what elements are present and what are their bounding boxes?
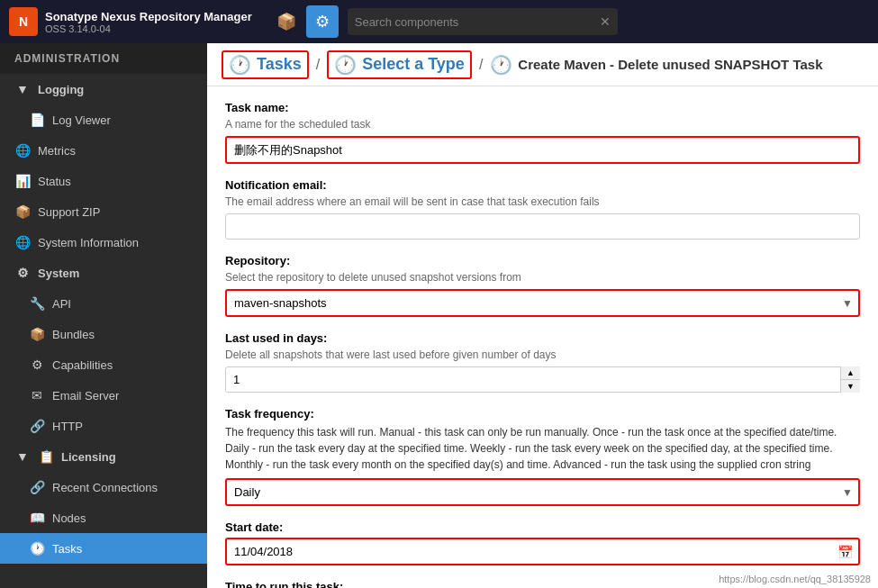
sidebar-label-http: HTTP [52,420,83,433]
notification-email-label: Notification email: [225,178,860,192]
connections-icon: 🔗 [29,479,45,495]
task-frequency-select[interactable]: Manual Once Daily Weekly Monthly Advance… [225,478,860,506]
browse-icon-button[interactable]: 📦 [270,5,303,38]
app-title-group: Sonatype Nexus Repository Manager OSS 3.… [45,10,252,34]
email-icon: ✉ [29,387,45,403]
nav-icon-group: 📦 ⚙ [270,5,339,38]
start-date-input[interactable] [225,538,860,565]
sidebar-item-licensing[interactable]: ▼ 📋 Licensing [0,441,207,472]
watermark: https://blog.csdn.net/qq_38135928 [719,574,871,584]
form-area: Task name: A name for the scheduled task… [207,86,878,588]
sidebar-label-nodes: Nodes [52,511,86,525]
repository-label: Repository: [225,254,860,267]
breadcrumb-select-type[interactable]: 🕐 Select a Type [327,50,472,79]
sidebar-item-logging[interactable]: ▼ Logging [0,74,207,104]
sidebar-label-status: Status [38,175,71,188]
sidebar-label-log-viewer: Log Viewer [52,113,111,127]
last-used-label: Last used in days: [225,331,860,345]
last-used-group: Last used in days: Delete all snapshots … [225,331,860,393]
sidebar-label-system-information: System Information [38,236,139,249]
breadcrumb-create-task: 🕐 Create Maven - Delete unused SNAPSHOT … [490,54,822,76]
top-navigation: N Sonatype Nexus Repository Manager OSS … [0,0,878,43]
clock-icon-tasks: 🕐 [229,54,251,76]
sidebar-label-support-zip: Support ZIP [38,205,100,219]
search-input[interactable] [355,15,600,29]
task-frequency-label: Task frequency: [225,407,860,421]
last-used-number-wrap: ▲ ▼ [225,366,860,393]
repository-select[interactable]: maven-snapshots (All Repositories) [225,289,860,317]
task-name-hint: A name for the scheduled task [225,118,860,131]
api-icon: 🔧 [29,295,45,312]
notification-email-input[interactable] [225,213,860,240]
notification-email-group: Notification email: The email address wh… [225,178,860,240]
last-used-input[interactable] [225,366,860,393]
sidebar-label-bundles: Bundles [52,328,95,341]
info-globe-icon: 🌐 [14,234,31,250]
start-date-input-wrap: 📅 [225,538,860,565]
sidebar-item-capabilities[interactable]: ⚙ Capabilities [0,349,207,380]
sidebar-label-api: API [52,297,71,311]
chart-icon: 📊 [14,173,31,189]
settings-icon-button[interactable]: ⚙ [306,5,339,38]
sidebar-label-logging: Logging [38,83,84,96]
breadcrumb-tasks[interactable]: 🕐 Tasks [222,50,309,79]
chevron-down-icon: ▼ [14,81,31,97]
globe-icon: 🌐 [14,142,31,158]
chevron-down-icon-2: ▼ [14,448,31,465]
notification-email-hint: The email address where an email will be… [225,195,860,208]
logo-area: N Sonatype Nexus Repository Manager OSS … [9,7,252,36]
last-used-hint: Delete all snapshots that were last used… [225,348,860,361]
sidebar-label-tasks: Tasks [52,542,82,556]
sidebar-label-capabilities: Capabilities [52,358,113,372]
task-name-label: Task name: [225,101,860,114]
number-down-button[interactable]: ▼ [840,380,860,393]
licensing-icon: 📋 [38,448,54,465]
sidebar-item-http[interactable]: 🔗 HTTP [0,411,207,441]
sidebar-label-email-server: Email Server [52,389,119,403]
sidebar-header: Administration [0,43,207,74]
http-icon: 🔗 [29,418,45,434]
start-date-label: Start date: [225,520,860,534]
number-up-button[interactable]: ▲ [840,366,860,380]
task-frequency-description: The frequency this task will run. Manual… [225,424,860,473]
sidebar-item-metrics[interactable]: 🌐 Metrics [0,135,207,166]
frequency-select-wrap: Manual Once Daily Weekly Monthly Advance… [225,478,860,506]
main-layout: Administration ▼ Logging 📄 Log Viewer 🌐 … [0,43,878,588]
bundles-icon: 📦 [29,326,45,342]
app-logo: N [9,7,38,36]
search-clear-icon[interactable]: ✕ [600,14,611,29]
sidebar-item-bundles[interactable]: 📦 Bundles [0,319,207,349]
repository-group: Repository: Select the repository to del… [225,254,860,317]
content-area: 🕐 Tasks / 🕐 Select a Type / 🕐 Create Mav… [207,43,878,588]
system-gear-icon: ⚙ [14,265,31,281]
sidebar-item-email-server[interactable]: ✉ Email Server [0,380,207,411]
sidebar-item-system-information[interactable]: 🌐 System Information [0,227,207,258]
sidebar-item-support-zip[interactable]: 📦 Support ZIP [0,196,207,227]
gear-icon: ⚙ [315,12,330,32]
sidebar-item-log-viewer[interactable]: 📄 Log Viewer [0,104,207,135]
clock-icon-select: 🕐 [334,54,357,76]
zip-icon: 📦 [14,204,31,220]
sidebar: Administration ▼ Logging 📄 Log Viewer 🌐 … [0,43,207,588]
file-icon: 📄 [29,112,45,128]
sidebar-item-recent-connections[interactable]: 🔗 Recent Connections [0,472,207,502]
tasks-icon: 🕐 [29,540,45,556]
breadcrumb-tasks-label: Tasks [257,55,302,74]
sidebar-label-recent-connections: Recent Connections [52,481,158,494]
repository-hint: Select the repository to delete unused s… [225,271,860,284]
sidebar-item-api[interactable]: 🔧 API [0,288,207,319]
sidebar-item-tasks[interactable]: 🕐 Tasks [0,533,207,564]
breadcrumb-sep-1: / [316,57,320,73]
app-title: Sonatype Nexus Repository Manager [45,10,252,23]
sidebar-item-system[interactable]: ⚙ System [0,258,207,288]
breadcrumb-create-label: Create Maven - Delete unused SNAPSHOT Ta… [518,57,822,72]
sidebar-label-system: System [38,267,79,280]
sidebar-item-nodes[interactable]: 📖 Nodes [0,502,207,533]
clock-icon-create: 🕐 [490,54,512,76]
sidebar-item-status[interactable]: 📊 Status [0,166,207,196]
breadcrumb-bar: 🕐 Tasks / 🕐 Select a Type / 🕐 Create Mav… [207,43,878,86]
number-arrows: ▲ ▼ [840,366,860,393]
repository-select-wrap: maven-snapshots (All Repositories) ▼ [225,289,860,317]
task-name-input[interactable] [225,136,860,164]
capabilities-icon: ⚙ [29,357,45,373]
